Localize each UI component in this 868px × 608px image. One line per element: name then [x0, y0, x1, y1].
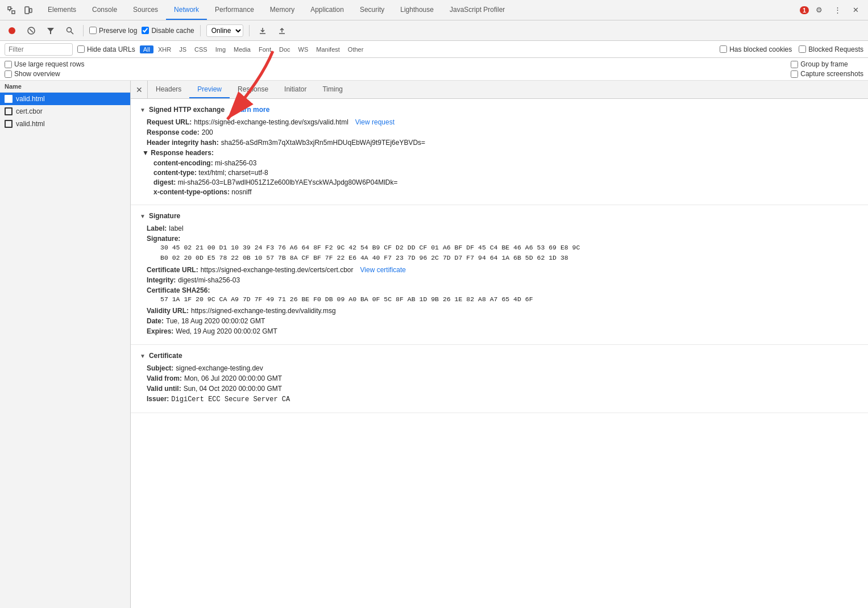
certificate-header: ▼ Certificate — [140, 352, 859, 360]
close-panel-button[interactable]: ✕ — [131, 81, 148, 99]
large-rows-label[interactable]: Use large request rows — [5, 60, 84, 68]
filter-doc[interactable]: Doc — [276, 45, 294, 53]
tab-lighthouse[interactable]: Lighthouse — [392, 0, 442, 20]
header-digest: digest: mi-sha256-03=LB7wdlH051Z1Ze600lb… — [140, 178, 859, 186]
inner-tab-initiator[interactable]: Initiator — [276, 81, 314, 98]
import-icon[interactable] — [255, 23, 270, 38]
has-blocked-cookies-checkbox[interactable] — [720, 45, 727, 53]
cert-valid-until-val: Sun, 04 Oct 2020 00:00:00 GMT — [184, 385, 282, 393]
filter-xhr[interactable]: XHR — [155, 45, 175, 53]
preserve-log-checkbox[interactable] — [89, 27, 97, 34]
tab-security[interactable]: Security — [352, 0, 392, 20]
svg-rect-6 — [30, 9, 32, 13]
tab-network[interactable]: Network — [166, 0, 207, 20]
response-code-val: 200 — [202, 128, 213, 136]
sig-integrity-row: Integrity: digest/mi-sha256-03 — [140, 276, 859, 284]
filter-other[interactable]: Other — [344, 45, 367, 53]
file-item-0[interactable]: valid.html — [0, 93, 130, 105]
tab-bar-right: 1 ⚙ ⋮ ✕ — [800, 0, 868, 20]
options-row: Use large request rows Show overview Gro… — [0, 58, 868, 81]
tab-memory[interactable]: Memory — [262, 0, 302, 20]
disable-cache-checkbox[interactable] — [142, 27, 149, 34]
signature-section: ▼ Signature Label: label Signature: 30 4… — [131, 205, 868, 345]
svg-point-11 — [67, 27, 72, 32]
certificate-section: ▼ Certificate Subject: signed-exchange-t… — [131, 345, 868, 413]
settings-icon[interactable]: ⚙ — [811, 2, 827, 18]
inner-tab-bar: ✕ Headers Preview Response Initiator Tim… — [131, 81, 868, 99]
disable-cache-label[interactable]: Disable cache — [142, 27, 194, 35]
sig-cert-url-key: Certificate URL: — [147, 266, 198, 274]
filter-media[interactable]: Media — [230, 45, 254, 53]
view-certificate-link[interactable]: View certificate — [360, 266, 406, 274]
tab-elements[interactable]: Elements — [40, 0, 84, 20]
filter-js[interactable]: JS — [176, 45, 190, 53]
inner-tab-response[interactable]: Response — [230, 81, 276, 98]
learn-more-link[interactable]: Learn more — [232, 106, 269, 114]
file-list-header: Name — [0, 81, 130, 93]
group-by-frame-checkbox[interactable] — [791, 61, 798, 68]
has-blocked-cookies-label[interactable]: Has blocked cookies — [720, 45, 792, 53]
tab-console[interactable]: Console — [84, 0, 125, 20]
file-icon-2 — [5, 120, 13, 128]
inner-tab-preview[interactable]: Preview — [189, 81, 230, 98]
response-code-row: Response code: 200 — [140, 128, 859, 136]
sig-integrity-val: digest/mi-sha256-03 — [178, 276, 240, 284]
group-by-frame-label[interactable]: Group by frame — [791, 60, 863, 68]
header-content-type: content-type: text/html; charset=utf-8 — [140, 169, 859, 177]
filter-icon[interactable] — [43, 23, 58, 38]
file-name-2: valid.html — [16, 120, 45, 128]
cert-subject-key: Subject: — [147, 364, 173, 372]
filter-bar: Hide data URLs All XHR JS CSS Img Media … — [0, 41, 868, 58]
blocked-requests-checkbox[interactable] — [799, 45, 806, 53]
view-request-link[interactable]: View request — [355, 118, 394, 126]
search-icon[interactable] — [63, 23, 77, 38]
capture-screenshots-label[interactable]: Capture screenshots — [791, 70, 863, 78]
filter-input[interactable] — [5, 43, 73, 56]
hide-data-urls-checkbox[interactable] — [77, 45, 85, 53]
filter-all[interactable]: All — [140, 45, 153, 53]
device-icon[interactable] — [20, 2, 36, 18]
filter-css[interactable]: CSS — [191, 45, 211, 53]
tab-application[interactable]: Application — [302, 0, 352, 20]
cert-issuer-val: DigiCert ECC Secure Server CA — [171, 395, 290, 403]
cert-issuer-row: Issuer: DigiCert ECC Secure Server CA — [140, 395, 859, 403]
filter-font[interactable]: Font — [255, 45, 275, 53]
header-integrity-key: Header integrity hash: — [147, 139, 219, 147]
tab-js-profiler[interactable]: JavaScript Profiler — [442, 0, 513, 20]
show-overview-checkbox[interactable] — [5, 70, 12, 78]
sig-expires-val: Wed, 19 Aug 2020 00:00:02 GMT — [176, 327, 277, 335]
inner-tab-headers[interactable]: Headers — [148, 81, 189, 98]
record-button[interactable] — [5, 23, 19, 38]
inner-tab-timing[interactable]: Timing — [314, 81, 351, 98]
main-tab-bar: Elements Console Sources Network Perform… — [0, 0, 868, 20]
network-throttle-select[interactable]: Online — [206, 24, 243, 37]
toolbar-separator-3 — [249, 25, 250, 36]
filter-ws[interactable]: WS — [295, 45, 312, 53]
export-icon[interactable] — [275, 23, 289, 38]
filter-img[interactable]: Img — [212, 45, 229, 53]
close-devtools-icon[interactable]: ✕ — [848, 2, 863, 18]
header-xcto: x-content-type-options: nosniff — [140, 188, 859, 196]
clear-button[interactable] — [24, 23, 39, 38]
file-name-0: valid.html — [16, 95, 45, 103]
header-ce-key: content-encoding: — [153, 159, 213, 167]
filter-manifest[interactable]: Manifest — [313, 45, 343, 53]
large-rows-checkbox[interactable] — [5, 61, 12, 68]
sig-integrity-key: Integrity: — [147, 276, 176, 284]
capture-screenshots-checkbox[interactable] — [791, 70, 798, 78]
more-options-icon[interactable]: ⋮ — [829, 2, 845, 18]
tab-sources[interactable]: Sources — [125, 0, 166, 20]
hide-data-urls-label[interactable]: Hide data URLs — [77, 45, 135, 53]
tab-performance[interactable]: Performance — [207, 0, 262, 20]
inspect-icon[interactable] — [3, 2, 19, 18]
certificate-title: Certificate — [149, 352, 182, 360]
signed-http-exchange-title: Signed HTTP exchange — [149, 106, 225, 114]
header-xcto-key: x-content-type-options: — [153, 188, 230, 196]
sig-validity-url-row: Validity URL: https://signed-exchange-te… — [140, 307, 859, 315]
file-item-2[interactable]: valid.html — [0, 118, 130, 130]
blocked-requests-label[interactable]: Blocked Requests — [799, 45, 863, 53]
show-overview-label[interactable]: Show overview — [5, 70, 84, 78]
file-item-1[interactable]: cert.cbor — [0, 105, 130, 118]
preserve-log-label[interactable]: Preserve log — [89, 27, 137, 35]
toolbar-separator-2 — [200, 25, 201, 36]
